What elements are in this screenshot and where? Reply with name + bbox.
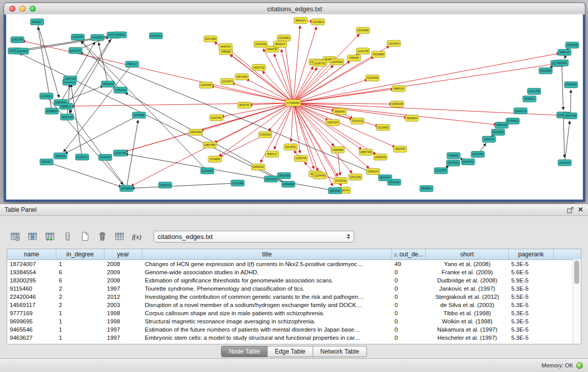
- graph-node[interactable]: 10996584: [374, 154, 387, 160]
- function-builder-button[interactable]: f(x): [130, 230, 144, 243]
- delete-column-button[interactable]: [95, 230, 109, 243]
- new-column-button[interactable]: [78, 230, 92, 243]
- graph-node[interactable]: 9806549: [333, 108, 346, 115]
- tab-network-table[interactable]: Network Table: [313, 346, 367, 357]
- graph-node[interactable]: 11431756: [11, 37, 24, 43]
- graph-node[interactable]: 18957399: [359, 149, 373, 155]
- graph-node[interactable]: 11250746: [71, 34, 84, 40]
- table-row[interactable]: 911546021997Tourette syndrome. Phenomeno…: [7, 285, 581, 293]
- graph-node[interactable]: 9464734: [482, 136, 495, 142]
- edit-columns-button[interactable]: [43, 230, 57, 243]
- graph-node[interactable]: 15699295: [565, 42, 579, 48]
- graph-hub-node[interactable]: 17240462: [286, 99, 301, 106]
- graph-node[interactable]: 14519829: [120, 185, 133, 191]
- close-window-button[interactable]: [9, 6, 15, 12]
- graph-node[interactable]: 19973493: [447, 160, 460, 166]
- graph-node[interactable]: 8990117: [125, 61, 139, 67]
- graph-node[interactable]: 8845834: [405, 115, 419, 121]
- graph-node[interactable]: 14519829: [539, 68, 552, 74]
- table-row[interactable]: 1938455462009Genome-wide association stu…: [7, 268, 581, 276]
- graph-node[interactable]: 10975493: [471, 151, 485, 158]
- graph-node[interactable]: 16510496: [277, 172, 291, 179]
- graph-node[interactable]: 11250746: [114, 150, 127, 156]
- import-table-button[interactable]: [113, 230, 126, 243]
- column-header-short[interactable]: short: [426, 249, 509, 259]
- graph-node[interactable]: 12213974: [221, 78, 234, 84]
- graph-node[interactable]: 11254409: [200, 82, 213, 88]
- tab-node-table[interactable]: Node Table: [221, 346, 268, 357]
- graph-node[interactable]: 15950203: [159, 182, 172, 188]
- graph-node[interactable]: 12754813: [506, 118, 519, 124]
- graph-node[interactable]: 8988124: [558, 49, 571, 55]
- graph-node[interactable]: 19973493: [204, 36, 217, 42]
- graph-node[interactable]: 12754813: [311, 19, 324, 25]
- graph-node[interactable]: 9754838: [208, 156, 222, 162]
- column-header-pagerank[interactable]: pagerank: [509, 249, 554, 259]
- column-header-year[interactable]: year: [104, 249, 142, 259]
- graph-node[interactable]: 16187751: [313, 60, 326, 67]
- network-graph-svg[interactable]: 8530744112544091221397419973493748508316…: [6, 14, 583, 200]
- graph-node[interactable]: 11254409: [201, 168, 214, 174]
- column-header-title[interactable]: title: [142, 249, 392, 259]
- graph-node[interactable]: 18957399: [60, 114, 74, 120]
- row-options-button[interactable]: [60, 230, 74, 243]
- graph-node[interactable]: 12021284: [231, 180, 244, 186]
- graph-node[interactable]: 12161612: [99, 155, 112, 161]
- graph-node[interactable]: 17554300: [258, 132, 272, 138]
- graph-node[interactable]: 10401272: [514, 108, 527, 114]
- graph-node[interactable]: 12161612: [351, 118, 364, 124]
- graph-node[interactable]: 13129932: [264, 176, 277, 182]
- graph-node[interactable]: 14732602: [91, 34, 104, 40]
- graph-node[interactable]: 17554300: [114, 87, 127, 93]
- table-row[interactable]: 969969511998Structural magnetic resonanc…: [7, 317, 581, 325]
- graph-node[interactable]: 15699295: [101, 81, 115, 87]
- graph-node[interactable]: 8988124: [392, 85, 405, 92]
- graph-node[interactable]: 8845834: [420, 186, 433, 192]
- graph-node[interactable]: 10203693: [366, 75, 379, 81]
- graph-node[interactable]: 15950203: [366, 168, 380, 174]
- graph-node[interactable]: 10975493: [254, 41, 267, 47]
- graph-node[interactable]: 9054501: [113, 32, 126, 38]
- graph-node[interactable]: 16262207: [76, 154, 89, 160]
- graph-node[interactable]: 14519829: [372, 51, 385, 57]
- graph-node[interactable]: 10996584: [281, 181, 295, 187]
- graph-node[interactable]: 12899316: [54, 99, 67, 105]
- graph-node[interactable]: 16187751: [252, 64, 266, 71]
- graph-node[interactable]: 12213974: [434, 168, 447, 174]
- graph-node[interactable]: 10401272: [69, 48, 82, 54]
- graph-node[interactable]: 15159482: [356, 27, 369, 33]
- show-columns-button[interactable]: [26, 230, 39, 243]
- graph-node[interactable]: 15318031: [284, 144, 297, 150]
- close-panel-button[interactable]: ✕: [578, 207, 583, 213]
- graph-node[interactable]: 11431756: [356, 48, 369, 54]
- graph-node[interactable]: 13129932: [377, 124, 390, 130]
- graph-node[interactable]: 9054501: [40, 159, 53, 165]
- graph-node[interactable]: 16510496: [189, 129, 202, 135]
- graph-node[interactable]: 11250746: [294, 156, 308, 162]
- table-row[interactable]: 1456911722003Disruption of a novel membe…: [7, 301, 581, 309]
- graph-node[interactable]: 9593789: [329, 188, 342, 194]
- graph-node[interactable]: 9754838: [133, 112, 146, 118]
- graph-node[interactable]: 15699295: [390, 101, 404, 107]
- graph-node[interactable]: 10588354: [564, 82, 578, 88]
- graph-node[interactable]: 10588354: [45, 108, 58, 114]
- graph-node[interactable]: 15159482: [491, 129, 505, 135]
- graph-node[interactable]: 9806549: [54, 153, 67, 159]
- graph-node[interactable]: 10588354: [331, 147, 344, 153]
- graph-node[interactable]: 15159482: [277, 35, 291, 41]
- table-row[interactable]: 2242004622012Investigating the contribut…: [7, 293, 581, 301]
- graph-node[interactable]: 7485083: [447, 152, 460, 159]
- graph-node[interactable]: 8530744: [379, 174, 392, 181]
- graph-node[interactable]: 11254409: [313, 173, 326, 179]
- table-row[interactable]: 946362711997Embryonic stem cells: a mode…: [7, 334, 581, 342]
- graph-node[interactable]: 11015461: [210, 115, 223, 121]
- tab-edge-table[interactable]: Edge Table: [267, 346, 313, 357]
- table-row[interactable]: 1830029562008Estimation of significance …: [7, 276, 581, 285]
- graph-node[interactable]: 10827456: [63, 76, 77, 82]
- graph-node[interactable]: 12899316: [251, 164, 265, 170]
- zoom-window-button[interactable]: [30, 6, 36, 12]
- graph-node[interactable]: 9806549: [555, 60, 569, 66]
- table-vertical-scrollbar[interactable]: [573, 259, 581, 344]
- scrollbar-thumb[interactable]: [574, 260, 579, 284]
- graph-node[interactable]: 16262207: [558, 160, 571, 166]
